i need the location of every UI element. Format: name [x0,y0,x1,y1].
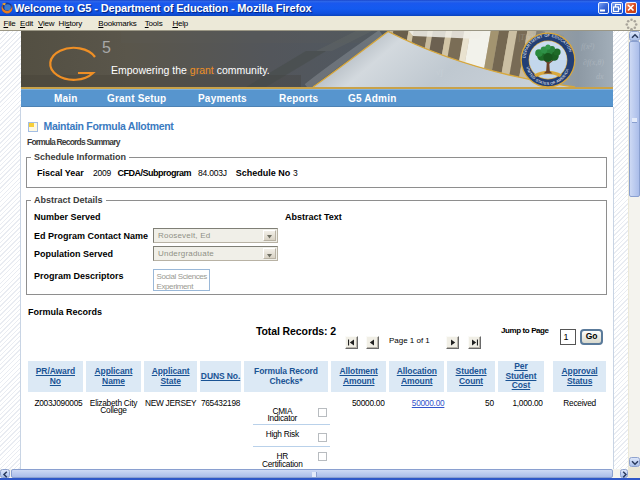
svg-text:∂f(x,θ): ∂f(x,θ) [583,58,604,67]
svg-text:5: 5 [102,39,111,56]
svg-text:f(x²): f(x²) [581,42,595,51]
svg-text:dx: dx [596,72,604,81]
svg-text:Empowering the grant community: Empowering the grant community. [111,64,270,76]
svg-text:√∫: √∫ [436,68,443,77]
